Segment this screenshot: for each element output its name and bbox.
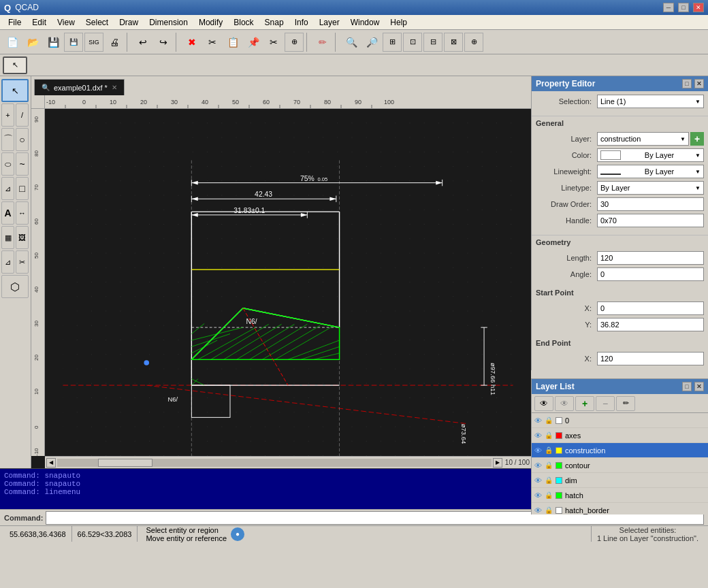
pencil-button[interactable]: ✏ xyxy=(313,33,332,52)
remove-layer-btn[interactable]: − xyxy=(596,396,615,411)
scroll-thumb[interactable] xyxy=(98,459,152,467)
zoom-fit-button[interactable]: ⊞ xyxy=(383,33,402,52)
color-dropdown[interactable]: By Layer ▼ xyxy=(597,148,704,162)
menu-item-edit[interactable]: Edit xyxy=(27,16,52,29)
new-button[interactable]: 📄 xyxy=(3,33,22,52)
scroll-left-btn[interactable]: ◀ xyxy=(46,458,56,468)
layer-value: construction xyxy=(600,135,641,143)
undo-button[interactable]: ↩ xyxy=(133,33,152,52)
horizontal-scrollbar[interactable]: ◀ ▶ 10 / 100 xyxy=(45,456,531,468)
linetype-dropdown[interactable]: By Layer ▼ xyxy=(597,181,704,195)
zoom-out-button[interactable]: 🔎 xyxy=(362,33,381,52)
cut-button[interactable]: ✂ xyxy=(203,33,222,52)
layer-item-axes[interactable]: 👁 🔒 axes xyxy=(532,428,708,443)
property-editor-close-btn[interactable]: ✕ xyxy=(694,79,704,88)
zoom-ext-button[interactable]: ⊕ xyxy=(464,33,483,52)
menu-item-select[interactable]: Select xyxy=(80,16,114,29)
lineweight-dropdown[interactable]: By Layer ▼ xyxy=(597,165,704,178)
erase-btn[interactable]: ⊿ xyxy=(1,250,14,274)
edit-layer-btn[interactable]: ✏ xyxy=(616,396,635,411)
image-btn[interactable]: 🖼 xyxy=(16,226,29,249)
layer-item-0[interactable]: 👁 🔒 0 xyxy=(532,413,708,428)
zoom-prev-button[interactable]: ⊟ xyxy=(423,33,442,52)
property-editor-float-btn[interactable]: □ xyxy=(682,79,692,88)
zoom-next-button[interactable]: ⊠ xyxy=(444,33,463,52)
insert-button[interactable]: ⊕ xyxy=(285,33,304,52)
drawing-area[interactable]: -10 0 10 20 30 40 50 60 70 xyxy=(31,95,531,468)
paste-button[interactable]: 📌 xyxy=(244,33,263,52)
menu-item-layer[interactable]: Layer xyxy=(314,16,345,29)
open-button[interactable]: 📂 xyxy=(23,33,42,52)
saveas-button[interactable]: 💾 xyxy=(64,33,83,52)
canvas[interactable]: 75% 0.05 42.43 xyxy=(45,109,531,456)
snap-btn[interactable]: + xyxy=(1,103,14,127)
arc-btn[interactable]: ⌒ xyxy=(1,128,14,151)
spline-btn[interactable]: ~ xyxy=(16,152,29,176)
rect-btn[interactable]: □ xyxy=(16,177,29,200)
snap-icon: ● xyxy=(231,527,244,541)
linetype-value: By Layer xyxy=(600,184,630,192)
menu-item-draw[interactable]: Draw xyxy=(114,16,144,29)
hatch-btn[interactable]: ▦ xyxy=(1,226,14,249)
menu-item-info[interactable]: Info xyxy=(289,16,314,29)
menu-item-modify[interactable]: Modify xyxy=(193,16,228,29)
menu-item-block[interactable]: Block xyxy=(228,16,259,29)
start-x-value[interactable]: 0 xyxy=(597,301,704,315)
show-all-layers-btn[interactable]: 👁 xyxy=(534,396,553,411)
delete-button[interactable]: ✖ xyxy=(182,33,202,52)
close-button[interactable]: ✕ xyxy=(693,3,704,12)
svg-text:80: 80 xyxy=(324,99,331,105)
layer-item-hatch[interactable]: 👁 🔒 hatch xyxy=(532,488,708,503)
angle-value[interactable]: 0 xyxy=(597,267,704,281)
draw-order-value[interactable]: 30 xyxy=(597,197,704,211)
layer-list-float-btn[interactable]: □ xyxy=(682,382,692,391)
layer-item-dim[interactable]: 👁 🔒 dim xyxy=(532,473,708,488)
layer-list-close-btn[interactable]: ✕ xyxy=(694,382,704,391)
scroll-right-btn[interactable]: ▶ xyxy=(493,458,502,468)
menu-item-file[interactable]: File xyxy=(3,16,27,29)
save-button[interactable]: 💾 xyxy=(44,33,63,52)
hide-all-layers-btn[interactable]: 👁 xyxy=(555,396,574,411)
end-x-value[interactable]: 120 xyxy=(597,352,704,365)
menu-item-help[interactable]: Help xyxy=(385,16,413,29)
scroll-track[interactable] xyxy=(57,459,492,467)
menu-item-view[interactable]: View xyxy=(52,16,80,29)
polyline-btn[interactable]: ⊿ xyxy=(1,177,14,200)
3d-btn[interactable]: ⬡ xyxy=(1,275,29,298)
add-layer-btn2[interactable]: + xyxy=(575,396,594,411)
layer-item-construction[interactable]: 👁 🔒 construction xyxy=(532,443,708,458)
layer-dropdown[interactable]: construction ▼ xyxy=(597,132,689,146)
line-btn[interactable]: / xyxy=(16,103,29,127)
minimize-button[interactable]: ─ xyxy=(663,3,674,12)
modify-btn[interactable]: ✂ xyxy=(16,250,29,274)
copy-button[interactable]: 📋 xyxy=(223,33,242,52)
cut2-button[interactable]: ✂ xyxy=(264,33,283,52)
menu-item-dimension[interactable]: Dimension xyxy=(144,16,193,29)
restore-button[interactable]: □ xyxy=(678,3,689,12)
menu-item-snap[interactable]: Snap xyxy=(259,16,289,29)
redo-button[interactable]: ↪ xyxy=(154,33,173,52)
sig-button[interactable]: SIG xyxy=(84,33,103,52)
print-button[interactable]: 🖨 xyxy=(105,33,124,52)
tab-close-btn[interactable]: ✕ xyxy=(112,84,117,91)
circle-btn[interactable]: ○ xyxy=(16,128,29,151)
select-tool-btn[interactable]: ↖ xyxy=(1,79,29,102)
drawing-tab[interactable]: 🔍 example01.dxf * ✕ xyxy=(34,79,125,95)
zoom-in-button[interactable]: 🔍 xyxy=(342,33,361,52)
drawing-container: 🔍 example01.dxf * ✕ -10 0 10 xyxy=(31,76,531,468)
ellipse-btn[interactable]: ⬭ xyxy=(1,152,14,176)
measure-btn[interactable]: ↔ xyxy=(16,201,29,225)
add-layer-btn[interactable]: + xyxy=(690,132,704,146)
tab-filename: example01.dxf * xyxy=(54,84,108,92)
layer-item-hatch-border[interactable]: 👁 🔒 hatch_border xyxy=(532,503,708,514)
selection-dropdown[interactable]: Line (1) ▼ xyxy=(597,95,704,108)
length-value[interactable]: 120 xyxy=(597,251,704,265)
select-pointer-btn[interactable]: ↖ xyxy=(3,56,27,74)
menu-item-window[interactable]: Window xyxy=(345,16,385,29)
property-editor-title: Property Editor xyxy=(536,79,595,88)
start-y-value[interactable]: 36.82 xyxy=(597,318,704,331)
zoom-window-button[interactable]: ⊡ xyxy=(403,33,422,52)
layer-item-contour[interactable]: 👁 🔒 contour xyxy=(532,458,708,473)
text-btn[interactable]: A xyxy=(1,201,14,225)
draw-order-label: Draw Order: xyxy=(536,200,597,208)
